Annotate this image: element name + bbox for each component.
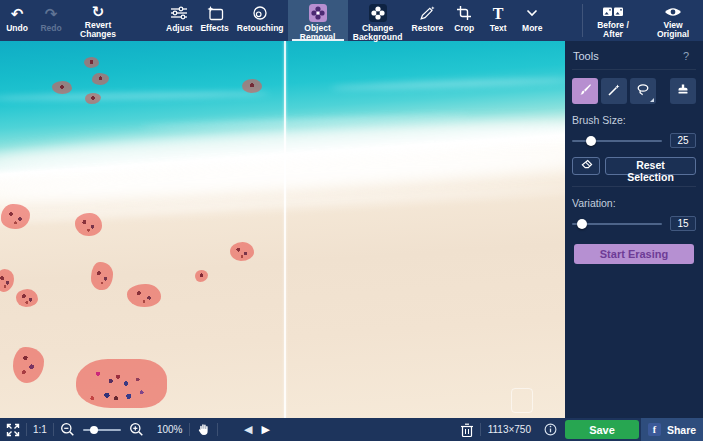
lasso-tool-button[interactable] [630,78,656,104]
selection-regions-layer [0,41,565,418]
tool-dropdown-indicator [650,98,654,102]
object-removal-icon [309,4,327,22]
brush-tool-button[interactable] [572,78,598,104]
status-bar: 1:1 100% ◀ ▶ 1113×750 [0,418,703,441]
zoom-in-icon [129,422,144,437]
zoom-percent: 100% [150,424,190,435]
tools-panel-title: Tools [573,50,599,62]
view-original-button[interactable]: View Original [643,0,703,41]
text-icon: T [493,4,504,22]
facebook-icon: f [648,423,661,436]
selection-region[interactable] [84,57,99,68]
brush-size-row [572,133,696,148]
info-icon [544,423,557,436]
selection-region[interactable] [91,262,113,290]
lasso-icon [635,82,651,101]
restore-icon [419,4,436,22]
magic-wand-icon [606,82,622,101]
selection-region[interactable] [0,269,14,292]
selection-region[interactable] [242,79,262,93]
fit-screen-icon [6,423,20,437]
hand-icon [196,422,211,437]
next-image-button[interactable]: ▶ [261,424,269,435]
slider-track [83,429,121,431]
stamp-tool-button[interactable] [670,78,696,104]
variation-label: Variation: [572,197,696,209]
object-removal-button[interactable]: Object Removal [288,0,348,41]
trash-icon [460,422,474,438]
selection-region[interactable] [127,284,161,307]
photo-editor-app: ↶ Undo ↷ Redo ↻ Revert Changes Adjust Ef… [0,0,703,441]
tool-buttons-row [572,78,696,104]
save-button[interactable]: Save [565,420,639,439]
text-button[interactable]: T Text [481,0,515,41]
crop-button[interactable]: Crop [447,0,481,41]
canvas[interactable] [0,41,565,418]
hand-tool-button[interactable] [190,418,217,441]
eraser-button[interactable] [572,157,600,175]
selection-region[interactable] [230,242,254,261]
undo-button[interactable]: ↶ Undo [0,0,34,41]
zoom-out-button[interactable] [54,418,81,441]
retouching-button[interactable]: Retouching [233,0,288,41]
restore-button[interactable]: Restore [408,0,448,41]
panel-divider [572,186,696,187]
image-info-button[interactable] [538,418,563,441]
image-dimensions: 1113×750 [481,424,538,435]
before-after-divider[interactable] [284,41,286,418]
previous-image-button[interactable]: ◀ [244,424,252,435]
toolbar-right-group: Before / After View Original [582,0,703,41]
actual-size-button[interactable]: 1:1 [27,418,53,441]
crop-icon [456,4,472,22]
fit-to-screen-button[interactable] [0,418,26,441]
selection-region[interactable] [52,81,72,94]
variation-value[interactable] [670,216,696,231]
slider-knob[interactable] [90,426,98,434]
revert-changes-button[interactable]: ↻ Revert Changes [68,0,128,41]
tools-panel-header: Tools ? [572,48,696,70]
toolbar: ↶ Undo ↷ Redo ↻ Revert Changes Adjust Ef… [0,0,703,41]
brush-size-label: Brush Size: [572,114,696,126]
retouching-icon [252,4,268,22]
redo-button[interactable]: ↷ Redo [34,0,68,41]
slider-knob[interactable] [577,219,587,229]
effects-icon [206,4,224,22]
eraser-icon [579,158,594,174]
delete-image-button[interactable] [454,418,480,441]
zoom-slider[interactable] [83,425,121,435]
help-button[interactable]: ? [677,49,695,63]
redo-icon: ↷ [45,4,58,22]
before-after-icon [602,4,624,19]
change-background-icon [369,4,387,22]
selection-region[interactable] [16,289,38,307]
selection-region[interactable] [75,213,102,236]
share-button[interactable]: f Share [641,418,703,441]
statusbar-right-group: 1113×750 Save f Share [454,418,703,441]
eye-icon [664,4,682,19]
slider-knob[interactable] [586,136,596,146]
adjust-sliders-icon [170,4,188,22]
change-background-button[interactable]: Change Background [348,0,408,41]
reset-selection-button[interactable]: Reset Selection [605,157,696,175]
more-button[interactable]: More [515,0,549,41]
variation-slider[interactable] [572,219,662,229]
selection-region[interactable] [76,359,167,408]
selection-region[interactable] [1,204,30,229]
watermark-box [511,388,533,413]
selection-region[interactable] [85,93,101,104]
brush-icon [577,82,593,101]
selection-region[interactable] [92,73,109,85]
before-after-button[interactable]: Before / After [583,0,643,41]
effects-button[interactable]: Effects [196,0,232,41]
adjust-button[interactable]: Adjust [162,0,196,41]
selection-region[interactable] [13,347,44,383]
chevron-down-icon [526,4,538,22]
variation-row [572,216,696,231]
brush-size-value[interactable] [670,133,696,148]
magic-wand-tool-button[interactable] [601,78,627,104]
image-navigation: ◀ ▶ [244,418,270,441]
selection-region[interactable] [195,270,208,282]
start-erasing-button[interactable]: Start Erasing [574,244,694,264]
brush-size-slider[interactable] [572,136,662,146]
zoom-in-button[interactable] [123,418,150,441]
